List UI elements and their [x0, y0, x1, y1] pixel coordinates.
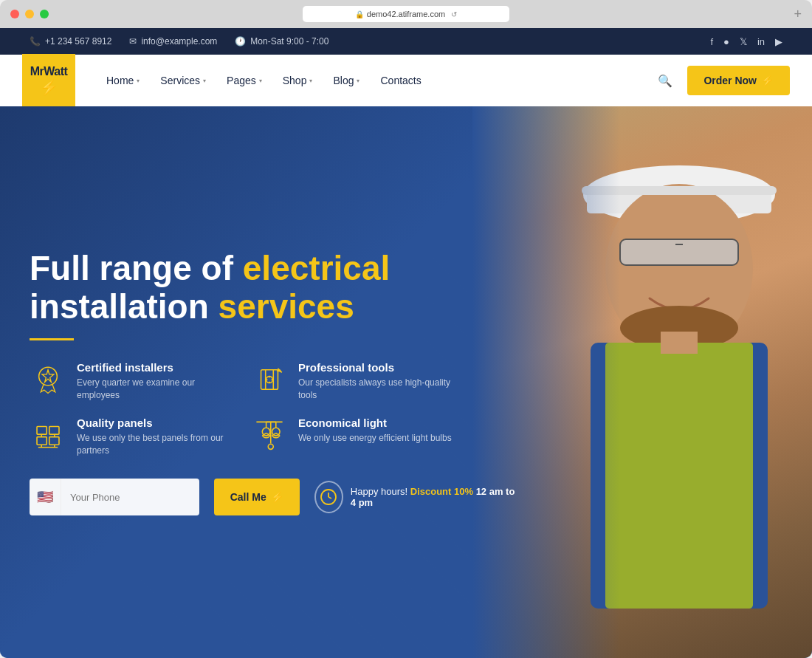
call-bolt-icon: ⚡ [271, 491, 283, 503]
happy-hours-text: Happy hours! Discount 10% 12 am to 4 pm [351, 486, 517, 508]
browser-window: 🔒 demo42.atiframe.com ↺ + 📞 +1 234 567 8… [0, 0, 812, 658]
light-text: Economical light We only use energy effi… [298, 417, 452, 445]
maximize-button[interactable] [40, 10, 49, 18]
facebook-icon[interactable]: f [710, 36, 713, 47]
svg-rect-8 [661, 332, 698, 354]
hero-title-line2: installation [30, 287, 209, 326]
call-me-button[interactable]: Call Me ⚡ [214, 479, 300, 515]
tools-icon [251, 361, 288, 398]
new-tab-button[interactable]: + [794, 7, 802, 22]
browser-content: 📞 +1 234 567 8912 ✉ info@example.com 🕐 M… [0, 28, 812, 658]
tools-title: Professional tools [298, 361, 458, 374]
nav-services[interactable]: Services ▾ [151, 69, 215, 92]
search-icon[interactable]: 🔍 [652, 68, 678, 94]
nav-pages-label: Pages [227, 75, 256, 86]
social-links: f ● 𝕏 in ▶ [710, 36, 782, 47]
nav-home[interactable]: Home ▾ [97, 69, 148, 92]
hero-section: Full range of electrical installation se… [0, 106, 812, 658]
nav-shop[interactable]: Shop ▾ [274, 69, 322, 92]
navbar: MrWatt ⚡ Home ▾ Services ▾ Pages ▾ Shop [0, 55, 812, 106]
nav-blog-label: Blog [333, 75, 354, 86]
hero-title-line1: Full range of [30, 249, 233, 287]
svg-rect-23 [49, 437, 59, 445]
svg-rect-21 [49, 426, 59, 434]
nav-contacts[interactable]: Contacts [371, 69, 430, 92]
minimize-button[interactable] [25, 10, 34, 18]
nav-blog[interactable]: Blog ▾ [324, 69, 368, 92]
nav-shop-label: Shop [283, 75, 307, 86]
phone-input[interactable] [61, 479, 199, 515]
url-text: demo42.atiframe.com [367, 10, 445, 18]
clock-icon: 🕐 [235, 36, 246, 47]
nav-contacts-label: Contacts [380, 75, 421, 86]
mac-titlebar: 🔒 demo42.atiframe.com ↺ + [0, 0, 812, 28]
nav-shop-arrow: ▾ [309, 78, 312, 84]
order-bolt-icon: ⚡ [761, 75, 774, 86]
order-now-button[interactable]: Order Now ⚡ [687, 66, 790, 95]
panels-icon [30, 417, 66, 453]
call-me-label: Call Me [230, 491, 266, 503]
panels-text: Quality panels We use only the best pane… [77, 417, 236, 457]
feature-panels: Quality panels We use only the best pane… [30, 417, 236, 457]
phone-icon: 📞 [30, 36, 41, 47]
business-hours: Mon-Sat 9:00 - 7:00 [250, 36, 328, 47]
clock-circle-icon [314, 481, 343, 513]
reload-icon[interactable]: ↺ [451, 10, 457, 18]
worker-image [472, 106, 812, 658]
flag-icon: 🇺🇸 [37, 489, 53, 505]
svg-rect-7 [605, 343, 753, 609]
linkedin-icon[interactable]: in [757, 36, 765, 47]
feature-light: Economical light We only use energy effi… [251, 417, 458, 457]
svg-rect-22 [37, 437, 47, 445]
svg-rect-3 [620, 239, 738, 265]
features-grid: Certified installers Every quarter we ex… [30, 361, 458, 456]
svg-point-40 [268, 444, 273, 449]
nav-services-arrow: ▾ [203, 78, 206, 84]
certified-text: Certified installers Every quarter we ex… [77, 361, 236, 402]
instagram-icon[interactable]: ● [723, 36, 729, 47]
nav-links: Home ▾ Services ▾ Pages ▾ Shop ▾ Blog [97, 69, 652, 92]
svg-line-43 [328, 497, 331, 498]
svg-rect-20 [37, 426, 47, 434]
svg-marker-11 [42, 370, 54, 383]
nav-blog-arrow: ▾ [357, 78, 359, 84]
hero-divider [30, 338, 74, 340]
panels-title: Quality panels [77, 417, 236, 429]
hours-info: 🕐 Mon-Sat 9:00 - 7:00 [235, 36, 328, 47]
logo-bolt-icon: ⚡ [40, 78, 58, 96]
certified-title: Certified installers [77, 361, 236, 374]
panels-desc: We use only the best panels from our par… [77, 432, 236, 457]
hero-title-highlight1: electrical [243, 249, 390, 287]
logo-text: MrWatt [30, 65, 68, 78]
tools-text: Professional tools Our specialists alway… [298, 361, 458, 402]
nav-pages-arrow: ▾ [259, 78, 262, 84]
email-address: info@example.com [141, 36, 217, 47]
tools-desc: Our specialists always use high-quality … [298, 377, 458, 402]
light-desc: We only use energy efficient light bulbs [298, 432, 452, 445]
address-bar[interactable]: 🔒 demo42.atiframe.com ↺ [303, 6, 509, 22]
certified-icon [30, 361, 66, 398]
clock-svg [320, 488, 337, 506]
logo[interactable]: MrWatt ⚡ [22, 54, 75, 107]
email-info: ✉ info@example.com [129, 36, 217, 47]
happy-hours-info: Happy hours! Discount 10% 12 am to 4 pm [314, 481, 517, 513]
close-button[interactable] [10, 10, 19, 18]
nav-home-arrow: ▾ [137, 78, 140, 84]
nav-home-label: Home [106, 75, 134, 86]
youtube-icon[interactable]: ▶ [775, 36, 782, 47]
phone-input-group: 🇺🇸 [30, 479, 199, 515]
discount-badge: Discount 10% [410, 486, 473, 497]
lock-icon: 🔒 [355, 10, 364, 18]
happy-label: Happy hours! [351, 486, 407, 497]
nav-pages[interactable]: Pages ▾ [218, 69, 271, 92]
twitter-icon[interactable]: 𝕏 [740, 36, 747, 47]
order-btn-label: Order Now [703, 75, 757, 86]
light-icon [251, 417, 288, 453]
svg-rect-12 [261, 370, 278, 389]
email-icon: ✉ [129, 36, 137, 47]
cta-row: 🇺🇸 Call Me ⚡ [30, 479, 517, 515]
feature-certified: Certified installers Every quarter we ex… [30, 361, 236, 402]
top-bar-left: 📞 +1 234 567 8912 ✉ info@example.com 🕐 M… [30, 36, 328, 47]
nav-services-label: Services [160, 75, 200, 86]
feature-tools: Professional tools Our specialists alway… [251, 361, 458, 402]
